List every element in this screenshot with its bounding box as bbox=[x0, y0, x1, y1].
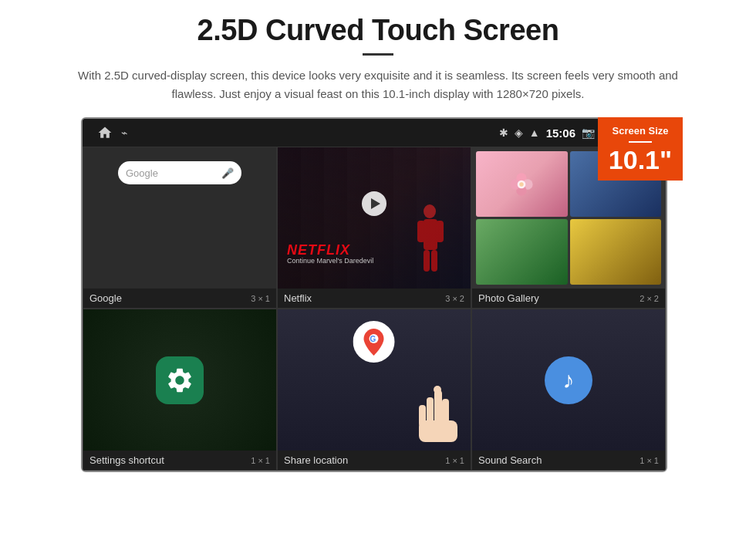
settings-icon-circle bbox=[156, 356, 204, 404]
svg-point-0 bbox=[424, 204, 436, 218]
usb-icon: ⌁ bbox=[121, 127, 127, 139]
settings-cell-label: Settings shortcut bbox=[89, 454, 164, 466]
gallery-thumb-1 bbox=[476, 151, 568, 217]
share-label-bar: Share location 1 × 1 bbox=[278, 451, 471, 470]
status-left: ⌁ bbox=[96, 124, 127, 141]
sound-cell-label: Sound Search bbox=[478, 454, 542, 466]
sound-search-cell[interactable]: ♪ Sound Search 1 × 1 bbox=[471, 309, 666, 471]
location-icon: ◈ bbox=[515, 127, 523, 139]
device-screen: ⌁ ✱ ◈ ▲ 15:06 📷 🔈 ⌨ bbox=[81, 117, 667, 472]
play-button[interactable] bbox=[362, 191, 386, 216]
page-wrapper: 2.5D Curved Touch Screen With 2.5D curve… bbox=[0, 0, 756, 557]
netflix-cell-label: Netflix bbox=[284, 292, 312, 304]
status-bar: ⌁ ✱ ◈ ▲ 15:06 📷 🔈 ⌨ bbox=[83, 119, 666, 147]
sound-cell-size: 1 × 1 bbox=[640, 456, 659, 465]
badge-title: Screen Size bbox=[604, 125, 677, 137]
screen-container: Screen Size 10.1" ⌁ bbox=[81, 117, 675, 472]
google-content: Google 🎤 bbox=[83, 147, 276, 289]
bluetooth-icon: ✱ bbox=[499, 127, 508, 139]
gallery-cell-label: Photo Gallery bbox=[478, 292, 539, 304]
netflix-brand: NETFLIX bbox=[287, 243, 373, 257]
screen-size-badge: Screen Size 10.1" bbox=[598, 117, 683, 181]
daredevil-silhouette bbox=[413, 204, 447, 273]
netflix-label-bar: Netflix 3 × 2 bbox=[278, 289, 471, 308]
svg-rect-4 bbox=[424, 250, 430, 272]
app-grid: Google 🎤 Google 3 × 1 bbox=[83, 147, 666, 471]
google-label-bar: Google 3 × 1 bbox=[83, 289, 276, 308]
netflix-logo-text: NETFLIX Continue Marvel's Daredevil bbox=[287, 243, 373, 265]
page-description: With 2.5D curved-display screen, this de… bbox=[62, 66, 694, 103]
badge-divider bbox=[629, 141, 652, 143]
share-cell-size: 1 × 1 bbox=[445, 456, 464, 465]
gallery-thumb-4 bbox=[570, 219, 662, 285]
google-cell-label: Google bbox=[89, 292, 122, 304]
netflix-cell[interactable]: NETFLIX Continue Marvel's Daredevil Netf… bbox=[277, 147, 471, 309]
hand-svg bbox=[413, 382, 463, 451]
svg-point-11 bbox=[520, 182, 524, 186]
svg-point-20 bbox=[434, 386, 441, 393]
share-cell-label: Share location bbox=[284, 454, 348, 466]
svg-rect-3 bbox=[436, 221, 444, 242]
svg-text:G: G bbox=[370, 335, 376, 343]
gallery-thumb-3 bbox=[476, 219, 568, 285]
gear-icon bbox=[165, 366, 194, 395]
svg-rect-5 bbox=[431, 250, 437, 272]
maps-svg: G bbox=[353, 321, 396, 363]
svg-rect-1 bbox=[424, 219, 437, 250]
svg-rect-15 bbox=[434, 390, 442, 424]
gallery-cell-size: 2 × 2 bbox=[640, 294, 659, 303]
wifi-icon: ▲ bbox=[529, 127, 540, 139]
settings-label-bar: Settings shortcut 1 × 1 bbox=[83, 451, 276, 470]
hand-pointer bbox=[413, 382, 463, 451]
gallery-label-bar: Photo Gallery 2 × 2 bbox=[472, 289, 665, 308]
home-icon[interactable] bbox=[96, 124, 113, 141]
sound-label-bar: Sound Search 1 × 1 bbox=[472, 451, 665, 470]
google-cell[interactable]: Google 🎤 Google 3 × 1 bbox=[83, 147, 277, 309]
netflix-subtitle: Continue Marvel's Daredevil bbox=[287, 257, 373, 265]
netflix-bg: NETFLIX Continue Marvel's Daredevil bbox=[278, 147, 471, 289]
settings-content bbox=[83, 309, 276, 451]
camera-icon: 📷 bbox=[582, 127, 595, 139]
title-divider bbox=[363, 53, 393, 56]
status-time: 15:06 bbox=[546, 127, 575, 140]
google-mic-icon[interactable]: 🎤 bbox=[221, 167, 234, 179]
svg-rect-19 bbox=[419, 420, 457, 442]
google-label: Google bbox=[126, 167, 158, 179]
settings-cell-size: 1 × 1 bbox=[251, 456, 270, 465]
svg-rect-2 bbox=[417, 221, 425, 242]
sound-content: ♪ bbox=[472, 309, 665, 451]
maps-icon: G bbox=[353, 321, 396, 366]
settings-cell[interactable]: Settings shortcut 1 × 1 bbox=[83, 309, 277, 471]
google-search-bar[interactable]: Google 🎤 bbox=[118, 161, 241, 184]
flower-icon bbox=[506, 169, 537, 200]
netflix-content: NETFLIX Continue Marvel's Daredevil bbox=[278, 147, 471, 289]
badge-size: 10.1" bbox=[604, 147, 677, 173]
share-content: G bbox=[278, 309, 471, 451]
netflix-cell-size: 3 × 2 bbox=[445, 294, 464, 303]
note-icon: ♪ bbox=[563, 367, 575, 393]
page-title: 2.5D Curved Touch Screen bbox=[197, 14, 559, 47]
google-cell-size: 3 × 1 bbox=[251, 294, 270, 303]
sound-icon-circle: ♪ bbox=[545, 356, 592, 404]
share-location-cell[interactable]: G bbox=[277, 309, 471, 471]
